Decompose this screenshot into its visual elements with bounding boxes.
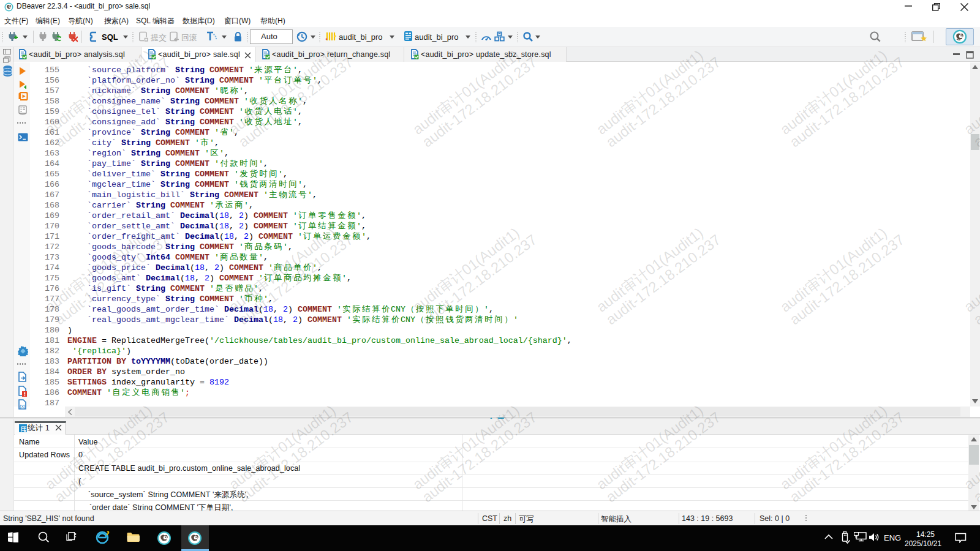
svg-text:(x): (x)	[20, 403, 26, 409]
